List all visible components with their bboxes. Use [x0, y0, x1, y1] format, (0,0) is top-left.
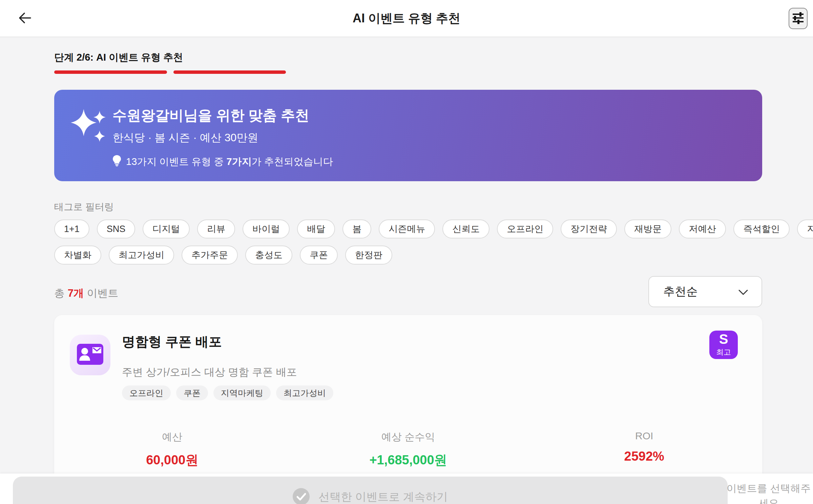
header: AI 이벤트 유형 추천: [0, 0, 813, 37]
continue-button[interactable]: 선택한 이벤트로 계속하기: [13, 477, 728, 504]
filter-tag-chip[interactable]: 장기전략: [561, 219, 617, 238]
sort-selected-value: 추천순: [663, 284, 698, 299]
screen: AI 이벤트 유형 추천 단계 2/6: AI 이벤트: [0, 0, 813, 504]
page-title: AI 이벤트 유형 추천: [0, 10, 813, 27]
tag-filter-label: 태그로 필터링: [54, 201, 114, 213]
arrow-left-icon: [18, 10, 33, 26]
filter-tag-chip[interactable]: 재방문: [624, 219, 671, 238]
grade-letter: S: [719, 332, 728, 346]
filter-tag-chip[interactable]: 한정판: [345, 246, 392, 265]
event-card[interactable]: 명함형 쿠폰 배포 S 최고 주변 상가/오피스 대상 명함 쿠폰 배포 오프라…: [54, 315, 762, 484]
grade-label: 최고: [716, 347, 731, 357]
filter-tag-chip[interactable]: 충성도: [245, 246, 292, 265]
filter-tag-chip[interactable]: 추가주문: [182, 246, 238, 265]
progress-segment: [530, 70, 643, 74]
filter-tag-chip[interactable]: 1+1: [54, 219, 89, 238]
sliders-icon: [792, 12, 804, 25]
event-count-number: 7개: [68, 287, 84, 299]
event-description: 주변 상가/오피스 대상 명함 쿠폰 배포: [122, 365, 297, 379]
filter-tag-chip[interactable]: 리뷰: [197, 219, 235, 238]
chevron-down-icon: [738, 290, 748, 297]
stat-expected-profit: 예상 순수익 +1,685,000원: [290, 430, 526, 469]
filter-tag-chip[interactable]: 지역마케팅: [797, 219, 813, 238]
progress-segment: [412, 70, 524, 74]
banner-subtitle: 한식당 · 봄 시즌 · 예산 30만원: [112, 130, 258, 145]
filter-tag-chip[interactable]: 최고가성비: [109, 246, 174, 265]
event-tag-chip: 오프라인: [122, 385, 171, 400]
step-label: 단계 2/6: AI 이벤트 유형 추천: [54, 51, 183, 64]
filter-tag-chip[interactable]: 쿠폰: [300, 246, 338, 265]
sparkles-icon: [68, 104, 109, 146]
event-icon-container: [70, 335, 110, 375]
event-tag-chip: 쿠폰: [176, 385, 208, 400]
selection-hint: 이벤트를 선택해주세요: [726, 481, 811, 504]
progress-segment: [173, 70, 286, 74]
filter-tag-chip[interactable]: SNS: [97, 219, 136, 238]
stat-roi: ROI 2592%: [526, 430, 762, 469]
recommendation-banner: 수원왕갈비님을 위한 맞춤 추천 한식당 · 봄 시즌 · 예산 30만원 13…: [54, 90, 762, 181]
event-tag-chip: 최고가성비: [276, 385, 333, 400]
progress-bar: [54, 70, 762, 74]
back-button[interactable]: [15, 8, 35, 28]
filter-tag-chip[interactable]: 차별화: [54, 246, 101, 265]
tag-filter-row-2: 차별화최고가성비추가주문충성도쿠폰한정판: [54, 246, 392, 265]
event-tag-chip: 지역마케팅: [213, 385, 271, 400]
event-tags: 오프라인쿠폰지역마케팅최고가성비: [122, 385, 333, 400]
event-count: 총 7개 이벤트: [54, 286, 119, 300]
banner-info: 13가지 이벤트 유형 중 7가지가 추천되었습니다: [112, 155, 333, 169]
filter-tag-chip[interactable]: 배달: [297, 219, 335, 238]
filter-tag-chip[interactable]: 시즌메뉴: [379, 219, 435, 238]
bottom-bar: 선택한 이벤트로 계속하기 이벤트를 선택해주세요: [0, 474, 813, 504]
continue-button-label: 선택한 이벤트로 계속하기: [318, 489, 447, 504]
lightbulb-icon: [112, 155, 121, 169]
filter-tag-chip[interactable]: 신뢰도: [442, 219, 489, 238]
contact-card-icon: [77, 344, 103, 366]
stat-budget: 예산 60,000원: [54, 430, 290, 469]
banner-info-text: 13가지 이벤트 유형 중 7가지가 추천되었습니다: [126, 155, 333, 169]
filter-tag-chip[interactable]: 바이럴: [243, 219, 290, 238]
check-circle-icon: [293, 488, 310, 504]
filter-tag-chip[interactable]: 봄: [342, 219, 371, 238]
filter-tag-chip[interactable]: 오프라인: [497, 219, 553, 238]
progress-segment: [650, 70, 763, 74]
filter-tag-chip[interactable]: 디지털: [143, 219, 190, 238]
filter-tag-chip[interactable]: 저예산: [679, 219, 726, 238]
progress-segment: [292, 70, 405, 74]
filter-tag-chip[interactable]: 즉석할인: [733, 219, 790, 238]
event-stats: 예산 60,000원 예상 순수익 +1,685,000원 ROI 2592%: [54, 430, 762, 469]
banner-title: 수원왕갈비님을 위한 맞춤 추천: [112, 106, 309, 125]
filter-settings-button[interactable]: [789, 8, 808, 29]
grade-badge: S 최고: [709, 331, 738, 359]
event-title: 명함형 쿠폰 배포: [122, 333, 222, 351]
progress-segment: [54, 70, 167, 74]
sort-dropdown[interactable]: 추천순: [648, 276, 762, 307]
tag-filter-row-1: 1+1SNS디지털리뷰바이럴배달봄시즌메뉴신뢰도오프라인장기전략재방문저예산즉석…: [54, 219, 813, 238]
